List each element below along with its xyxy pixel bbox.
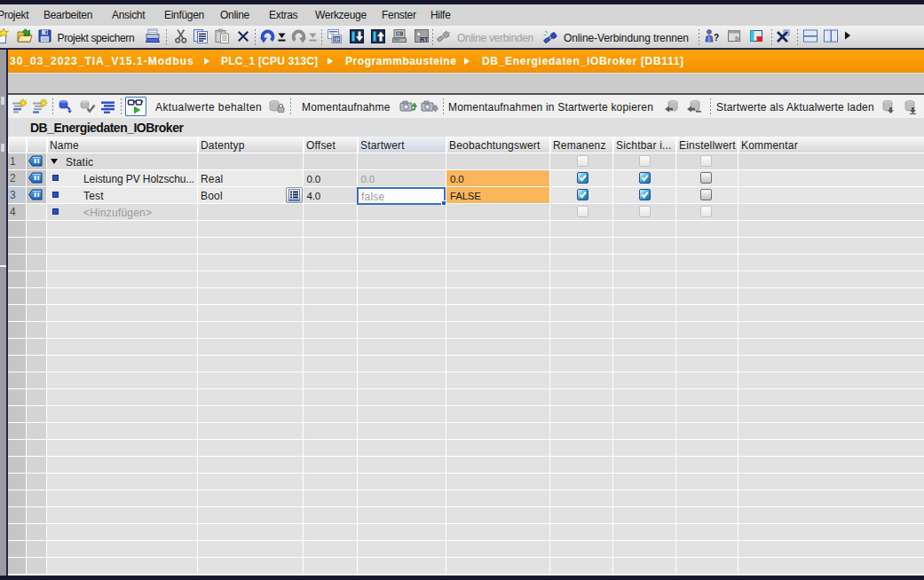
svg-text:RT: RT <box>420 36 429 43</box>
svg-text:01: 01 <box>335 36 340 42</box>
svg-text:?: ? <box>714 33 719 43</box>
